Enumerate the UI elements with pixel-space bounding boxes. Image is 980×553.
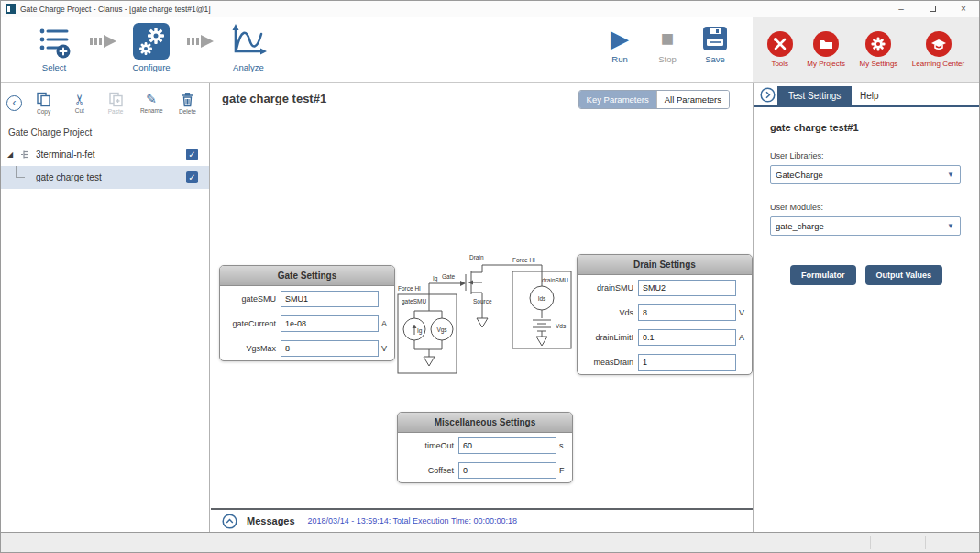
param-row: Vds V bbox=[578, 300, 752, 325]
trash-icon bbox=[180, 92, 195, 107]
cut-button[interactable]: ✂ Cut bbox=[61, 92, 97, 114]
configure-button[interactable]: Configure bbox=[118, 23, 184, 72]
run-button[interactable]: ▶ Run bbox=[596, 25, 644, 64]
stop-label: Stop bbox=[658, 54, 677, 64]
workflow-group: Select bbox=[21, 23, 281, 72]
my-projects-label: My Projects bbox=[807, 60, 845, 68]
param-row: gateSMU bbox=[220, 286, 394, 311]
param-label: Vds bbox=[583, 308, 638, 317]
close-button[interactable]: × bbox=[948, 1, 979, 17]
device-fet-icon bbox=[19, 149, 31, 160]
test-title: gate charge test#1 bbox=[222, 92, 326, 105]
save-button[interactable]: Save bbox=[691, 25, 739, 64]
gear-icon bbox=[865, 31, 891, 57]
collapse-messages-button[interactable] bbox=[222, 514, 237, 529]
test-canvas: Drain Gate Source Force HI Force HI gate… bbox=[211, 116, 753, 508]
select-button[interactable]: Select bbox=[21, 23, 87, 72]
delete-button[interactable]: Delete bbox=[170, 92, 205, 115]
learning-center-button[interactable]: Learning Center bbox=[912, 31, 964, 68]
paste-icon bbox=[108, 92, 124, 107]
global-tools-zone: Tools My Projects bbox=[753, 17, 979, 82]
measdrain-input[interactable] bbox=[638, 354, 736, 371]
collapse-sidebar-button[interactable]: ‹ bbox=[6, 95, 22, 111]
circuit-drainsmu-label: drainSMU bbox=[542, 277, 568, 283]
parameter-view-toggle: Key Parameters All Parameters bbox=[578, 90, 730, 109]
copy-icon bbox=[36, 92, 51, 107]
param-row: drainSMU bbox=[578, 275, 752, 300]
tree-item-checkbox[interactable]: ✓ bbox=[186, 171, 198, 183]
maximize-icon bbox=[930, 6, 936, 12]
formulator-button[interactable]: Formulator bbox=[790, 265, 856, 285]
vgsmax-input[interactable] bbox=[281, 340, 379, 357]
circuit-ig-wire-label: Ig bbox=[433, 275, 438, 282]
circuit-gate-label: Gate bbox=[442, 273, 455, 280]
right-panel-test-title: gate charge test#1 bbox=[770, 122, 979, 133]
sidebar-toolbar: ‹ Copy ✂ Cut bbox=[1, 83, 209, 120]
param-unit: V bbox=[379, 344, 389, 353]
tools-label: Tools bbox=[771, 60, 788, 68]
param-row: VgsMax V bbox=[220, 336, 394, 360]
maximize-button[interactable] bbox=[917, 1, 948, 17]
right-panel-tabs: Test Settings Help bbox=[754, 83, 979, 107]
param-row: drainLimitI A bbox=[578, 325, 752, 349]
chevron-down-icon: ▼ bbox=[941, 171, 960, 179]
user-modules-value: gate_charge bbox=[771, 221, 941, 231]
collapse-panel-button[interactable] bbox=[760, 87, 776, 103]
configure-gears-icon bbox=[133, 23, 170, 60]
copy-button[interactable]: Copy bbox=[26, 92, 61, 115]
key-parameters-tab[interactable]: Key Parameters bbox=[579, 91, 656, 108]
messages-bar: Messages 2018/03/14 - 13:59:14: Total Ex… bbox=[211, 508, 753, 532]
my-settings-label: My Settings bbox=[860, 60, 898, 68]
configure-workspace: gate charge test#1 Key Parameters All Pa… bbox=[211, 83, 753, 532]
test-settings-panel: Test Settings Help gate charge test#1 Us… bbox=[753, 83, 979, 532]
tree-item-device[interactable]: ◢ 3terminal-n-fet ✓ bbox=[1, 143, 209, 166]
chevron-down-icon: ▼ bbox=[941, 222, 960, 230]
paste-button[interactable]: Paste bbox=[97, 92, 133, 115]
status-divider bbox=[870, 536, 871, 549]
tree-item-test[interactable]: gate charge test ✓ bbox=[1, 166, 209, 189]
run-icon: ▶ bbox=[611, 25, 629, 52]
status-divider bbox=[925, 536, 926, 549]
gatesmu-input[interactable] bbox=[281, 291, 379, 307]
tools-button[interactable]: Tools bbox=[767, 31, 793, 68]
user-libraries-dropdown[interactable]: GateCharge ▼ bbox=[770, 165, 961, 184]
analyze-button[interactable]: Analyze bbox=[215, 23, 281, 72]
all-parameters-tab[interactable]: All Parameters bbox=[656, 91, 729, 108]
timeout-input[interactable] bbox=[458, 437, 556, 454]
minimize-button[interactable]: – bbox=[886, 1, 917, 17]
param-label: timeOut bbox=[403, 441, 458, 450]
my-projects-button[interactable]: My Projects bbox=[807, 31, 845, 68]
circuit-gatesmu-label: gateSMU bbox=[402, 298, 426, 305]
tree-item-label: 3terminal-n-fet bbox=[36, 149, 94, 160]
vds-input[interactable] bbox=[638, 304, 736, 321]
project-tree-sidebar: ‹ Copy ✂ Cut bbox=[1, 83, 210, 532]
rename-button[interactable]: ✎ Rename bbox=[134, 92, 170, 114]
param-label: gateSMU bbox=[226, 294, 281, 304]
drainlimiti-input[interactable] bbox=[638, 329, 736, 346]
circuit-schematic: Drain Gate Source Force HI Force HI gate… bbox=[391, 238, 579, 395]
save-floppy-icon bbox=[702, 25, 728, 52]
stop-button[interactable]: ■ Stop bbox=[644, 25, 691, 64]
tab-help[interactable]: Help bbox=[849, 86, 890, 105]
tree-expand-icon[interactable]: ◢ bbox=[7, 150, 13, 159]
circuit-force-hi-gate-label: Force HI bbox=[398, 285, 421, 292]
circuit-vds-label: Vds bbox=[556, 323, 567, 329]
tree-item-checkbox[interactable]: ✓ bbox=[186, 149, 198, 160]
output-values-button[interactable]: Output Values bbox=[865, 265, 943, 285]
param-unit: F bbox=[556, 466, 567, 475]
tools-wrench-icon bbox=[767, 31, 793, 57]
project-name: Gate Charge Project bbox=[1, 120, 209, 143]
my-settings-button[interactable]: My Settings bbox=[860, 31, 898, 68]
param-label: gateCurrent bbox=[226, 319, 281, 328]
user-modules-dropdown[interactable]: gate_charge ▼ bbox=[770, 216, 961, 236]
right-panel-buttons: Formulator Output Values bbox=[754, 265, 979, 285]
param-row: gateCurrent A bbox=[220, 311, 394, 336]
gatecurrent-input[interactable] bbox=[281, 315, 379, 332]
param-unit: V bbox=[736, 308, 746, 317]
drainsmu-input[interactable] bbox=[638, 280, 736, 296]
circuit-source-label: Source bbox=[473, 298, 492, 304]
coffset-input[interactable] bbox=[458, 462, 556, 479]
param-unit: A bbox=[736, 333, 746, 342]
tab-test-settings[interactable]: Test Settings bbox=[777, 86, 852, 105]
messages-log-text: 2018/03/14 - 13:59:14: Total Execution T… bbox=[308, 516, 518, 525]
